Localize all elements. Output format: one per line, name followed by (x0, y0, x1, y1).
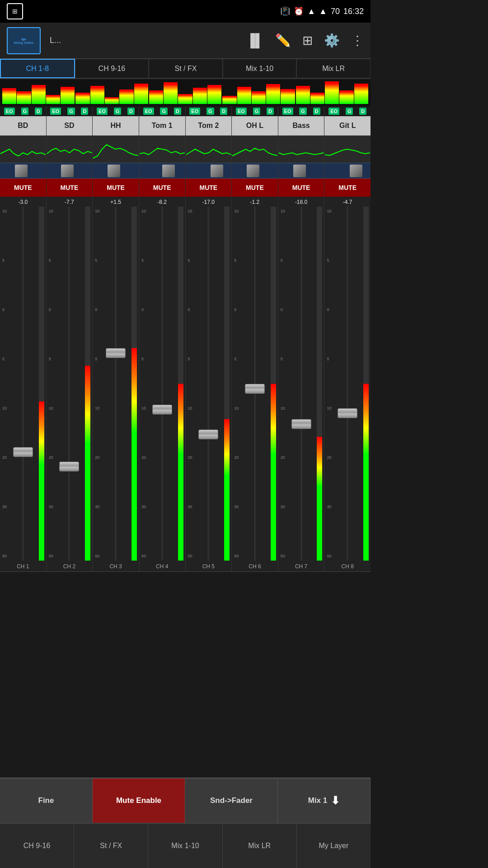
ch2-label: CH 2 (47, 561, 93, 571)
ch8-top-buttons: EO G D (324, 106, 371, 116)
ch7-pan-thumb[interactable] (293, 165, 306, 177)
ch4-pan-thumb[interactable] (162, 165, 175, 177)
ch4-mute-button[interactable]: MUTE (139, 179, 185, 197)
ch1-eo-button[interactable]: EO (4, 108, 15, 115)
ch5-meter-fill1 (224, 419, 230, 561)
grid-icon[interactable]: ⊞ (302, 33, 313, 48)
down-arrow-icon: ⬇ (331, 794, 340, 807)
ch5-db: -17.0 (202, 198, 215, 207)
ch2-pan-slider[interactable] (47, 163, 93, 179)
ch3-mute-button[interactable]: MUTE (93, 179, 139, 197)
ch3-pan-slider[interactable] (93, 163, 139, 179)
snd-fader-button[interactable]: Snd->Fader (185, 778, 278, 823)
ch3-d-button[interactable]: D (127, 108, 135, 115)
footer-tab-mix-lr[interactable]: Mix LR (223, 824, 297, 868)
ch3-fader-thumb[interactable] (106, 348, 126, 358)
ch8-fader-track[interactable]: 1050510203050 (324, 207, 371, 561)
ch6-fader-track[interactable]: 1050510203050 (232, 207, 278, 561)
ch2-pan-thumb[interactable] (61, 165, 74, 177)
tab-mix1-10[interactable]: Mix 1-10 (223, 59, 297, 78)
app-logo[interactable]: qu Mixing Station (7, 27, 41, 54)
ch8-db: -4.7 (343, 198, 352, 207)
ch2-mute-button[interactable]: MUTE (47, 179, 93, 197)
ch1-pan-thumb[interactable] (15, 165, 28, 177)
ch7-pan-slider[interactable] (278, 163, 324, 179)
ch1-fader-track[interactable]: 1050510203050 (0, 207, 46, 561)
ch5-fader-track[interactable]: 1050510203050 (186, 207, 232, 561)
ch5-mute-button[interactable]: MUTE (186, 179, 232, 197)
tab-ch9-16[interactable]: CH 9-16 (75, 59, 149, 78)
ch1-meter-strip (39, 207, 44, 561)
tab-ch1-8[interactable]: CH 1-8 (0, 59, 75, 78)
ch4-fader-thumb[interactable] (152, 405, 172, 415)
ch7-eo-button[interactable]: EO (282, 108, 293, 115)
footer-tab-mix1-10[interactable]: Mix 1-10 (148, 824, 222, 868)
ch2-fader-thumb[interactable] (59, 462, 79, 472)
ch3-g-button[interactable]: G (114, 108, 122, 115)
settings-icon[interactable]: ⚙️ (324, 33, 340, 48)
ch1-g-button[interactable]: G (21, 108, 29, 115)
meter-item (296, 86, 310, 104)
ch4-d-button[interactable]: D (174, 108, 181, 115)
ch5-pan-slider[interactable] (186, 163, 232, 179)
meter-section-3 (149, 81, 221, 104)
ch3-pan-thumb[interactable] (108, 165, 120, 177)
tab-mix-lr[interactable]: Mix LR (296, 59, 371, 78)
channel-strip-ch6: EO G D OH L MUTE -1.2 1050510203050 (232, 106, 278, 571)
ch2-d-button[interactable]: D (81, 108, 88, 115)
ch1-fader-thumb[interactable] (13, 447, 33, 457)
ch4-g-button[interactable]: G (160, 108, 168, 115)
ch2-g-button[interactable]: G (67, 108, 75, 115)
mute-enable-button[interactable]: Mute Enable (93, 778, 185, 823)
ch7-g-button[interactable]: G (299, 108, 307, 115)
ch8-g-button[interactable]: G (346, 108, 353, 115)
footer-tab-ch9-16[interactable]: CH 9-16 (0, 824, 74, 868)
ch8-eo-button[interactable]: EO (328, 108, 339, 115)
ch5-fader-thumb[interactable] (198, 429, 218, 439)
ch6-pan-thumb[interactable] (247, 165, 259, 177)
edit-icon[interactable]: ✏️ (275, 33, 291, 48)
ch6-g-button[interactable]: G (253, 108, 261, 115)
mix1-button[interactable]: Mix 1 ⬇ (278, 778, 371, 823)
ch6-pan-slider[interactable] (232, 163, 278, 179)
ch1-mute-button[interactable]: MUTE (0, 179, 46, 197)
ch5-d-button[interactable]: D (220, 108, 227, 115)
ch3-eo-button[interactable]: EO (97, 108, 108, 115)
ch8-meter-strip (363, 207, 369, 561)
ch6-eo-button[interactable]: EO (236, 108, 247, 115)
ch2-fader-track[interactable]: 1050510203050 (47, 207, 93, 561)
ch1-pan-slider[interactable] (0, 163, 46, 179)
ch6-d-button[interactable]: D (267, 108, 274, 115)
ch7-mute-button[interactable]: MUTE (278, 179, 324, 197)
ch3-meter-strip (131, 207, 137, 561)
ch3-fader-track[interactable]: 1050510203050 (93, 207, 139, 561)
meter-item (237, 87, 251, 104)
ch6-mute-button[interactable]: MUTE (232, 179, 278, 197)
ch4-pan-slider[interactable] (139, 163, 185, 179)
ch8-d-button[interactable]: D (359, 108, 366, 115)
ch5-g-button[interactable]: G (206, 108, 214, 115)
ch5-pan-thumb[interactable] (211, 165, 223, 177)
app-logo-text: qu (22, 37, 26, 41)
ch8-pan-slider[interactable] (324, 163, 371, 179)
ch7-fader-track[interactable]: 1050510203050 (278, 207, 324, 561)
ch4-eo-button[interactable]: EO (143, 108, 154, 115)
footer-tab-st-fx[interactable]: St / FX (74, 824, 148, 868)
ch8-pan-thumb[interactable] (350, 165, 362, 177)
ch5-eo-button[interactable]: EO (189, 108, 200, 115)
ch7-d-button[interactable]: D (313, 108, 320, 115)
ch6-meter-fill1 (271, 384, 276, 561)
ch1-d-button[interactable]: D (35, 108, 42, 115)
ch6-fader-thumb[interactable] (245, 384, 265, 394)
ch2-eo-button[interactable]: EO (50, 108, 61, 115)
alarm-icon: ⏰ (294, 6, 304, 16)
fine-button[interactable]: Fine (0, 778, 93, 823)
footer-tab-my-layer[interactable]: My Layer (297, 824, 371, 868)
ch8-mute-button[interactable]: MUTE (324, 179, 371, 197)
bars-icon[interactable]: ▐▌ (246, 33, 264, 48)
tab-st-fx[interactable]: St / FX (149, 59, 223, 78)
ch7-fader-thumb[interactable] (291, 419, 311, 429)
more-icon[interactable]: ⋮ (351, 33, 364, 48)
ch8-fader-thumb[interactable] (338, 408, 357, 418)
ch4-fader-track[interactable]: 1050510203050 (139, 207, 185, 561)
